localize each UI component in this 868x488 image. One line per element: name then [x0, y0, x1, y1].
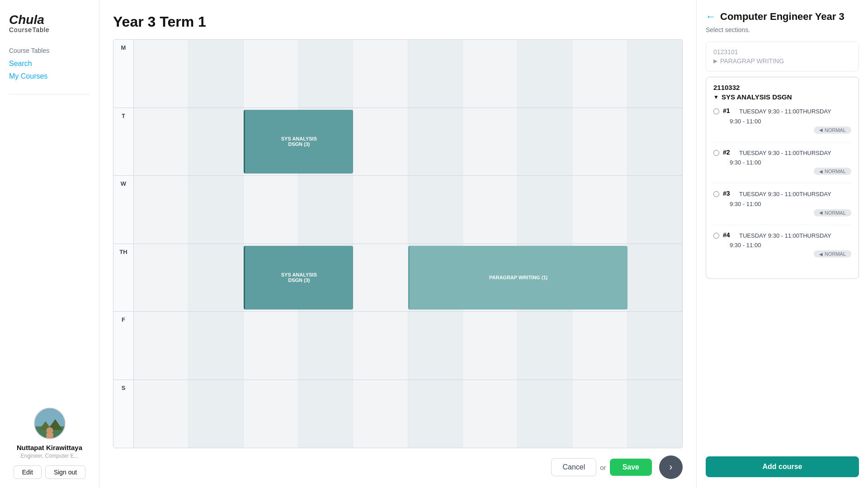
section-item-3: #3 TUESDAY 9:30 - 11:00THURSDAY 9:30 - 1…: [713, 190, 851, 225]
day-label-f: F: [113, 312, 134, 380]
section-times-1: TUESDAY 9:30 - 11:00THURSDAY: [739, 107, 831, 116]
course-block-th-sys[interactable]: SYS ANALYSISDSGN (3): [244, 246, 354, 310]
main-content: Year 3 Term 1 M T: [99, 0, 696, 488]
course-card-inactive[interactable]: 0123101 ▶ PARAGRAP WRITING: [706, 42, 859, 71]
section-item-1: #1 TUESDAY 9:30 - 11:00THURSDAY 9:30 - 1…: [713, 107, 851, 142]
cal-cells-w: [134, 176, 682, 244]
section-num-4: #4: [723, 231, 736, 239]
or-label: or: [600, 464, 606, 471]
tag-row-2: ◀ NORMAL: [713, 168, 851, 175]
day-label-w: W: [113, 176, 134, 244]
user-role: Engineer, Computer E...: [9, 453, 90, 459]
tag-arrow-1: ◀: [819, 127, 823, 132]
page-title: Year 3 Term 1: [113, 14, 683, 30]
back-button[interactable]: ←: [706, 11, 716, 23]
section-sub-time-4: 9:30 - 11:00: [730, 242, 851, 249]
active-course-code: 2110332: [713, 84, 851, 91]
logo-main: Chula: [9, 14, 90, 26]
add-course-button[interactable]: Add course: [706, 456, 859, 477]
cal-row-saturday: S: [113, 380, 682, 448]
user-section: Nuttapat Kirawittaya Engineer, Computer …: [0, 408, 99, 479]
svg-point-5: [46, 427, 53, 434]
section-row-2: #2 TUESDAY 9:30 - 11:00THURSDAY: [713, 149, 851, 158]
section-num-2: #2: [723, 149, 736, 156]
panel-title: Computer Engineer Year 3: [720, 11, 844, 23]
tag-arrow-2: ◀: [819, 169, 823, 174]
logo: Chula CourseTable: [0, 9, 99, 47]
tag-label-2: NORMAL: [825, 169, 846, 174]
section-row-1: #1 TUESDAY 9:30 - 11:00THURSDAY: [713, 107, 851, 116]
sidebar: Chula CourseTable Course Tables Search M…: [0, 0, 99, 488]
sidebar-item-my-courses[interactable]: My Courses: [9, 72, 90, 80]
section-times-2: TUESDAY 9:30 - 11:00THURSDAY: [739, 149, 831, 158]
svg-rect-6: [46, 433, 53, 438]
day-label-s: S: [113, 380, 134, 448]
tag-arrow-3: ◀: [819, 210, 823, 215]
cal-row-wednesday: W: [113, 176, 682, 244]
sidebar-item-search[interactable]: Search: [9, 60, 90, 68]
collapse-icon: ▼: [713, 94, 719, 100]
sidebar-divider: [9, 94, 90, 94]
section-radio-2[interactable]: [713, 150, 719, 156]
tag-arrow-4: ◀: [819, 252, 823, 257]
cal-cells-f: [134, 312, 682, 380]
right-panel: ← Computer Engineer Year 3 Select sectio…: [696, 0, 868, 488]
cal-cells-m: [134, 40, 682, 108]
tag-normal-3[interactable]: ◀ NORMAL: [814, 209, 851, 216]
tag-label-3: NORMAL: [825, 210, 846, 216]
tag-label-1: NORMAL: [825, 127, 846, 133]
tag-row-4: ◀ NORMAL: [713, 250, 851, 258]
action-bar: Cancel or Save ›: [113, 455, 683, 479]
section-sub-time-1: 9:30 - 11:00: [730, 118, 851, 125]
course-card-active[interactable]: 2110332 ▼ SYS ANALYSIS DSGN #1 TUESDAY 9…: [706, 77, 859, 279]
panel-subtitle: Select sections.: [706, 26, 859, 33]
avatar: [34, 408, 66, 439]
logo-sub: CourseTable: [9, 26, 90, 33]
tag-label-4: NORMAL: [825, 251, 846, 257]
section-num-1: #1: [723, 107, 736, 114]
active-course-name: ▼ SYS ANALYSIS DSGN: [713, 93, 851, 101]
cal-row-friday: F: [113, 312, 682, 380]
tag-normal-2[interactable]: ◀ NORMAL: [814, 168, 851, 175]
section-num-3: #3: [723, 190, 736, 197]
course-tables-label: Course Tables: [9, 47, 90, 54]
nav-section: Course Tables Search My Courses: [0, 47, 99, 85]
section-sub-time-3: 9:30 - 11:00: [730, 201, 851, 207]
cancel-button[interactable]: Cancel: [551, 458, 596, 476]
inactive-course-name: ▶ PARAGRAP WRITING: [713, 57, 851, 65]
day-label-th: TH: [113, 244, 134, 312]
day-label-m: M: [113, 40, 134, 108]
section-row-3: #3 TUESDAY 9:30 - 11:00THURSDAY: [713, 190, 851, 199]
section-item-2: #2 TUESDAY 9:30 - 11:00THURSDAY 9:30 - 1…: [713, 149, 851, 184]
cal-row-monday: M: [113, 40, 682, 108]
tag-row-1: ◀ NORMAL: [713, 127, 851, 134]
expand-icon: ▶: [713, 58, 717, 64]
section-times-3: TUESDAY 9:30 - 11:00THURSDAY: [739, 190, 831, 199]
course-block-th-para[interactable]: PARAGRAP WRITING (1): [408, 246, 627, 310]
calendar-grid: M T: [113, 39, 683, 448]
next-button[interactable]: ›: [659, 455, 683, 479]
course-block-t-sys[interactable]: SYS ANALYSISDSGN (3): [244, 110, 354, 174]
section-radio-1[interactable]: [713, 108, 719, 114]
signout-button[interactable]: Sign out: [45, 465, 85, 479]
edit-button[interactable]: Edit: [14, 465, 42, 479]
panel-header: ← Computer Engineer Year 3: [706, 11, 859, 23]
cal-row-thursday: TH SYS ANALYSISDSGN (3) PARAGRAP WRITING…: [113, 244, 682, 312]
section-radio-4[interactable]: [713, 233, 719, 239]
inactive-course-code: 0123101: [713, 48, 851, 56]
user-buttons: Edit Sign out: [9, 465, 90, 479]
save-button[interactable]: Save: [610, 459, 652, 476]
cal-row-tuesday: T SYS ANALYSISDSGN (3): [113, 108, 682, 176]
cal-cells-s: [134, 380, 682, 448]
user-name: Nuttapat Kirawittaya: [9, 444, 90, 451]
cal-cells-th: SYS ANALYSISDSGN (3) PARAGRAP WRITING (1…: [134, 244, 682, 312]
tag-normal-1[interactable]: ◀ NORMAL: [814, 127, 851, 134]
tag-normal-4[interactable]: ◀ NORMAL: [814, 250, 851, 258]
section-times-4: TUESDAY 9:30 - 11:00THURSDAY: [739, 231, 831, 240]
cal-cells-t: SYS ANALYSISDSGN (3): [134, 108, 682, 176]
section-sub-time-2: 9:30 - 11:00: [730, 159, 851, 166]
section-item-4: #4 TUESDAY 9:30 - 11:00THURSDAY 9:30 - 1…: [713, 231, 851, 266]
tag-row-3: ◀ NORMAL: [713, 209, 851, 216]
section-radio-3[interactable]: [713, 191, 719, 197]
day-label-t: T: [113, 108, 134, 176]
